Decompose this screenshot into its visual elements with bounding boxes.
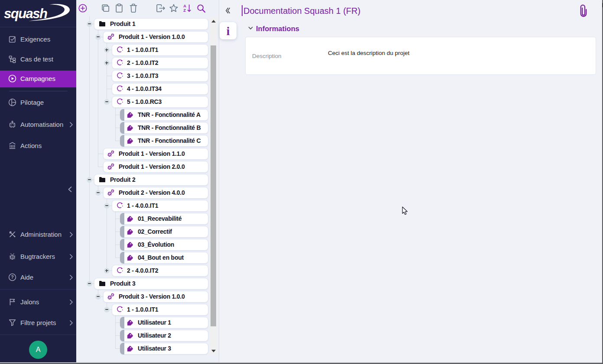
svg-text:?: ? [11, 274, 13, 280]
svg-text:Z: Z [183, 8, 186, 13]
svg-text:squash: squash [4, 6, 47, 21]
